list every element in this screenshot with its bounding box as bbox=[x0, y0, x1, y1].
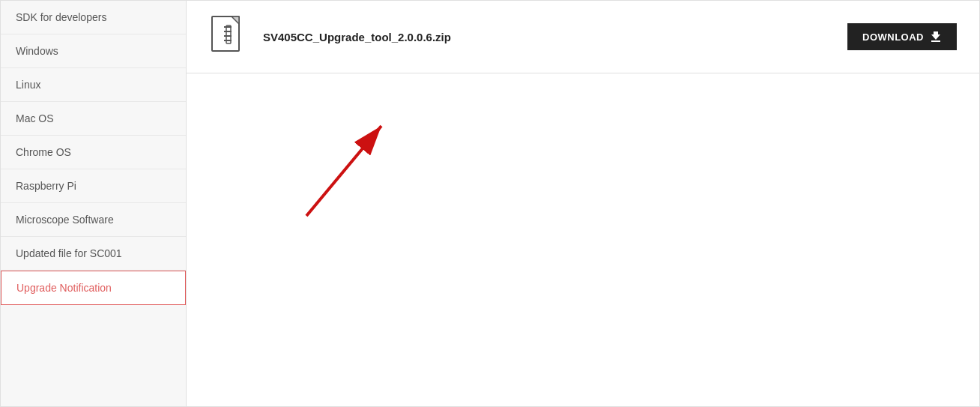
download-label: DOWNLOAD bbox=[862, 31, 924, 43]
sidebar-item-upgradenotification[interactable]: Upgrade Notification bbox=[1, 271, 186, 305]
sidebar-item-raspberrypi[interactable]: Raspberry Pi bbox=[1, 169, 186, 203]
sidebar-item-chromeos[interactable]: Chrome OS bbox=[1, 136, 186, 169]
svg-rect-0 bbox=[212, 16, 239, 51]
sidebar-item-linux[interactable]: Linux bbox=[1, 68, 186, 102]
sidebar-item-updatedfile[interactable]: Updated file for SC001 bbox=[1, 237, 186, 271]
svg-rect-7 bbox=[931, 40, 940, 42]
svg-line-9 bbox=[306, 126, 381, 216]
file-row: SV405CC_Upgrade_tool_2.0.0.6.zip DOWNLOA… bbox=[187, 1, 979, 73]
sidebar-item-sdk[interactable]: SDK for developers bbox=[1, 1, 186, 34]
main-container: SDK for developersWindowsLinuxMac OSChro… bbox=[0, 0, 980, 407]
red-arrow-annotation bbox=[276, 96, 426, 249]
main-content: SV405CC_Upgrade_tool_2.0.0.6.zip DOWNLOA… bbox=[187, 1, 979, 406]
download-icon bbox=[930, 31, 942, 43]
sidebar-item-windows[interactable]: Windows bbox=[1, 34, 186, 68]
arrow-area bbox=[187, 73, 979, 298]
sidebar-item-microscope[interactable]: Microscope Software bbox=[1, 203, 186, 237]
svg-marker-6 bbox=[931, 31, 940, 40]
sidebar-item-macos[interactable]: Mac OS bbox=[1, 102, 186, 136]
sidebar: SDK for developersWindowsLinuxMac OSChro… bbox=[1, 1, 187, 406]
download-button[interactable]: DOWNLOAD bbox=[847, 23, 957, 50]
file-icon bbox=[209, 14, 248, 59]
file-name: SV405CC_Upgrade_tool_2.0.0.6.zip bbox=[263, 31, 832, 43]
